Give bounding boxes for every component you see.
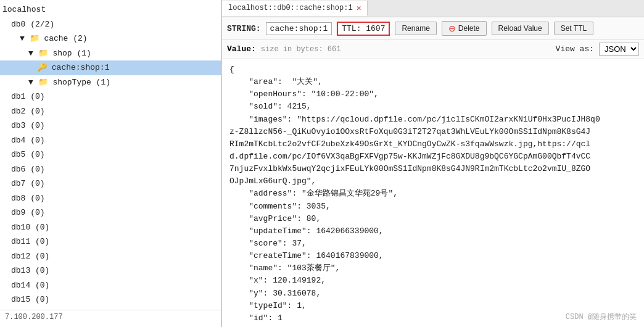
tree-label: db0 (2/2) <box>11 20 54 29</box>
code-line: z-Z8llzcN56-_QiKuOvyio1OOxsRtFoXqu0G3iT2… <box>229 126 637 138</box>
tree-icon: 🔑 <box>37 63 52 72</box>
left-panel: localhostdb0 (2/2)▼ 📁 cache (2)▼ 📁 shop … <box>0 0 222 327</box>
rename-button[interactable]: Rename <box>395 22 436 35</box>
tree-label: cache:shop:1 <box>52 63 110 72</box>
watermark: CSDN @随身携带的笑 <box>566 312 637 322</box>
code-line: "y": 30.316078, <box>229 288 637 300</box>
tree-label: localhost <box>2 5 46 14</box>
tree-label: db3 (0) <box>11 121 45 130</box>
code-line: "area": "大关", <box>229 76 637 88</box>
tree-item-localhost[interactable]: localhost <box>0 2 221 17</box>
tree-item-db8[interactable]: db8 (0) <box>0 191 221 206</box>
key-value: cache:shop:1 <box>266 22 332 35</box>
tree-label: shopType (1) <box>52 78 110 87</box>
code-line: "avgPrice": 80, <box>229 213 637 225</box>
code-line: "sold": 4215, <box>229 101 637 113</box>
tree-item-db15[interactable]: db15 (0) <box>0 292 221 307</box>
code-line: "address": "金华路锦昌文华苑29号", <box>229 188 637 200</box>
tree-item-shop[interactable]: ▼ 📁 shop (1) <box>0 46 221 61</box>
tree-item-db2[interactable]: db2 (0) <box>0 104 221 119</box>
tree-label: db13 (0) <box>11 266 49 275</box>
delete-label: Delete <box>458 24 480 33</box>
code-line: "name": "103茶餐厅", <box>229 262 637 275</box>
set-ttl-button[interactable]: Set TTL <box>554 22 593 35</box>
tree-item-db12[interactable]: db12 (0) <box>0 249 221 264</box>
tree-label: shop (1) <box>52 49 91 58</box>
right-panel: localhost::db0::cache:shop:1 ✕ STRING: c… <box>222 0 644 327</box>
tree-label: db10 (0) <box>11 223 49 232</box>
toolbar: STRING: cache:shop:1 TTL: 1607 Rename ⊖ … <box>222 17 644 40</box>
tree-label: db4 (0) <box>11 136 45 145</box>
tree-label: db2 (0) <box>11 107 45 116</box>
code-line: "score": 37, <box>229 238 637 250</box>
tree-label: db7 (0) <box>11 179 45 188</box>
tree-label: db1 (0) <box>11 92 45 101</box>
tree-item-cache[interactable]: ▼ 📁 cache (2) <box>0 31 221 46</box>
delete-icon: ⊖ <box>448 23 456 33</box>
tree-item-db1[interactable]: db1 (0) <box>0 89 221 104</box>
code-line: "images": "https://qcloud.dpfile.com/pc/… <box>229 114 637 126</box>
ttl-value: TTL: 1607 <box>337 22 390 36</box>
type-label: STRING: <box>227 24 261 33</box>
tree-item-db4[interactable]: db4 (0) <box>0 133 221 148</box>
tree-item-db9[interactable]: db9 (0) <box>0 205 221 220</box>
code-line: OJpJmLxG6urQ.jpg", <box>229 175 637 188</box>
code-line: "createTime": 1640167839000, <box>229 250 637 262</box>
tree-item-db6[interactable]: db6 (0) <box>0 162 221 177</box>
tree-item-db7[interactable]: db7 (0) <box>0 176 221 191</box>
code-line: "x": 120.149192, <box>229 275 637 287</box>
tree-label: db14 (0) <box>11 281 49 290</box>
tree-item-shopType[interactable]: ▼ 📁 shopType (1) <box>0 75 221 90</box>
tree-item-cache:shop:1[interactable]: 🔑 cache:shop:1 <box>0 60 221 75</box>
tree-item-db10[interactable]: db10 (0) <box>0 220 221 235</box>
tree-label: db15 (0) <box>11 295 49 304</box>
value-bar: Value: size in bytes: 661 View as: JSON … <box>222 40 644 59</box>
code-line: } <box>229 325 637 327</box>
tree-item-db0[interactable]: db0 (2/2) <box>0 17 221 32</box>
tree-icon: ▼ 📁 <box>28 49 52 58</box>
value-size: size in bytes: 661 <box>261 45 341 54</box>
tree-icon: ▼ 📁 <box>20 34 44 43</box>
view-as-label: View as: <box>556 44 594 54</box>
tree-label: db9 (0) <box>11 208 45 217</box>
active-tab[interactable]: localhost::db0::cache:shop:1 ✕ <box>222 1 368 16</box>
code-line: "typeId": 1, <box>229 300 637 312</box>
tree-label: db8 (0) <box>11 194 45 203</box>
tab-label: localhost::db0::cache:shop:1 <box>228 4 353 12</box>
code-line: { <box>229 64 637 76</box>
tree-item-db13[interactable]: db13 (0) <box>0 263 221 278</box>
tree-item-db11[interactable]: db11 (0) <box>0 234 221 249</box>
code-line: d.dpfile.com/pc/IOf6VX3qaBgFXFVgp75w-KKJ… <box>229 151 637 163</box>
tree-item-db14[interactable]: db14 (0) <box>0 278 221 293</box>
bottom-host: 7.100.200.177 <box>0 310 221 324</box>
tree-item-db5[interactable]: db5 (0) <box>0 147 221 162</box>
tree-label: db5 (0) <box>11 150 45 159</box>
tree-label: cache (2) <box>44 34 87 43</box>
code-line: "comments": 3035, <box>229 201 637 213</box>
tree-item-db3[interactable]: db3 (0) <box>0 118 221 133</box>
code-line: "openHours": "10:00-22:00", <box>229 88 637 101</box>
reload-value-button[interactable]: Reload Value <box>492 22 549 35</box>
code-line: RIm2mTKcbLtc2o2vfCF2ubeXzk49OsGrXt_KYDCn… <box>229 138 637 151</box>
view-as-select[interactable]: JSON Text Hex <box>599 43 639 56</box>
tree-label: db12 (0) <box>11 252 49 261</box>
delete-button[interactable]: ⊖ Delete <box>442 21 487 36</box>
tree-label: db11 (0) <box>11 237 49 246</box>
code-line: "updateTime": 1642066339000, <box>229 225 637 238</box>
tab-bar: localhost::db0::cache:shop:1 ✕ <box>222 0 644 17</box>
code-area: { "area": "大关", "openHours": "10:00-22:0… <box>222 59 644 327</box>
code-line: 7njuzFvxlbkWx5uwqY2qcjixFEuLYk00OmSS1IdN… <box>229 163 637 175</box>
tree-label: db6 (0) <box>11 165 45 174</box>
tree-icon: ▼ 📁 <box>28 78 52 87</box>
value-label: Value: <box>227 44 256 54</box>
tab-close-button[interactable]: ✕ <box>357 3 361 13</box>
